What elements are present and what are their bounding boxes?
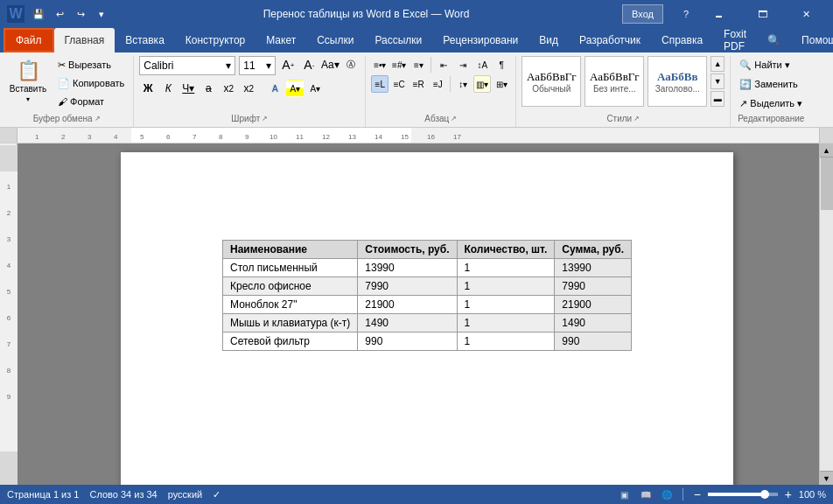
font-color-button[interactable]: А▾: [306, 80, 324, 97]
zoom-in-button[interactable]: +: [781, 487, 795, 501]
bullets-button[interactable]: ≡•▾: [371, 56, 388, 74]
clear-format-button[interactable]: Ⓐ: [342, 56, 360, 74]
underline-button[interactable]: Ч▾: [179, 80, 197, 97]
paste-dropdown[interactable]: ▾: [26, 95, 30, 103]
tab-help2[interactable]: Помощн: [791, 28, 833, 52]
align-right-button[interactable]: ≡R: [410, 75, 427, 93]
zoom-slider-thumb[interactable]: [760, 490, 769, 499]
page-status[interactable]: Страница 1 из 1: [7, 489, 79, 500]
title-bar-left: W 💾 ↩ ↪ ▾: [7, 5, 110, 23]
superscript-button[interactable]: х2: [240, 80, 257, 97]
select-button[interactable]: ↗ Выделить ▾: [736, 94, 806, 112]
paragraph-expand-icon[interactable]: ↗: [451, 115, 457, 122]
paragraph-content: ≡•▾ ≡#▾ ≡▾ ⇤ ⇥ ↕A ¶ ≡L ≡C ≡R ≡J ↕▾ ▥▾ ⊞▾: [371, 56, 510, 112]
tab-lightbulb[interactable]: 🔍: [757, 28, 791, 52]
tab-design[interactable]: Конструктор: [175, 28, 256, 52]
table-cell: Мышь и клавиатура (к-т): [223, 314, 358, 332]
scroll-up-button[interactable]: ▲: [820, 144, 834, 158]
format-painter-button[interactable]: 🖌 Формат: [54, 93, 128, 110]
styles-scroll-up[interactable]: ▲: [710, 56, 724, 72]
text-effect-button[interactable]: А: [266, 80, 284, 97]
font-grow-button[interactable]: A+: [279, 56, 297, 74]
paste-button[interactable]: 📋 Вставить ▾: [5, 56, 51, 107]
table-cell: 13990: [358, 259, 457, 277]
tab-view[interactable]: Вид: [528, 28, 569, 52]
qa-dropdown-btn[interactable]: ▾: [93, 5, 110, 23]
svg-text:17: 17: [453, 133, 461, 141]
tab-review[interactable]: Рецензировани: [432, 28, 528, 52]
tab-foxit[interactable]: Foxit PDF: [713, 28, 757, 52]
numbering-button[interactable]: ≡#▾: [390, 56, 408, 74]
bold-button[interactable]: Ж: [139, 80, 157, 97]
tab-developer[interactable]: Разработчик: [569, 28, 651, 52]
font-expand-icon[interactable]: ↗: [262, 115, 268, 122]
close-button[interactable]: ✕: [786, 0, 826, 28]
document-scroll-area[interactable]: Наименование Стоимость, руб. Количество,…: [18, 144, 819, 485]
table-cell: Моноблок 27": [223, 296, 358, 314]
svg-text:5: 5: [6, 288, 10, 296]
spell-check-icon[interactable]: ✓: [213, 489, 220, 500]
print-layout-view-button[interactable]: ▣: [616, 487, 634, 501]
strikethrough-button[interactable]: а: [200, 80, 217, 97]
tab-mailings[interactable]: Рассылки: [364, 28, 432, 52]
reading-view-button[interactable]: 📖: [637, 487, 654, 501]
undo-quick-btn[interactable]: ↩: [51, 5, 68, 23]
scroll-thumb[interactable]: [821, 158, 833, 210]
tab-references[interactable]: Ссылки: [306, 28, 364, 52]
italic-button[interactable]: К: [159, 80, 177, 97]
tab-help[interactable]: Справка: [651, 28, 713, 52]
style-normal[interactable]: АаБбВвГг Обычный: [522, 56, 581, 107]
vertical-scrollbar[interactable]: ▲ ▼: [819, 144, 833, 485]
clipboard-expand-icon[interactable]: ↗: [94, 115, 101, 122]
line-spacing-button[interactable]: ↕▾: [454, 75, 472, 93]
replace-button[interactable]: 🔄 Заменить: [736, 75, 802, 93]
show-formatting-button[interactable]: ¶: [493, 56, 510, 74]
multilevel-button[interactable]: ≡▾: [410, 56, 427, 74]
web-view-button[interactable]: 🌐: [658, 487, 676, 501]
borders-button[interactable]: ⊞▾: [493, 75, 510, 93]
tab-layout[interactable]: Макет: [256, 28, 306, 52]
tab-insert[interactable]: Вставка: [115, 28, 175, 52]
styles-scroll-down[interactable]: ▼: [710, 74, 724, 89]
copy-button[interactable]: 📄 Копировать: [54, 74, 128, 92]
font-size-dropdown-icon: ▾: [266, 60, 271, 72]
font-shrink-button[interactable]: A-: [300, 56, 318, 74]
lang-status[interactable]: русский: [168, 489, 202, 500]
style-nospacing-name: Без инте...: [593, 84, 636, 94]
styles-expand-icon[interactable]: ↗: [634, 115, 640, 122]
maximize-button[interactable]: 🗖: [742, 0, 782, 28]
style-no-spacing[interactable]: АаБбВвГг Без инте...: [584, 56, 644, 107]
zoom-out-button[interactable]: −: [690, 487, 704, 501]
svg-text:13: 13: [348, 133, 356, 141]
scroll-down-button[interactable]: ▼: [820, 471, 834, 485]
word-count-status[interactable]: Слово 34 из 34: [89, 489, 157, 500]
shading-button[interactable]: ▥▾: [473, 75, 491, 93]
align-left-button[interactable]: ≡L: [371, 75, 388, 93]
redo-quick-btn[interactable]: ↪: [72, 5, 89, 23]
highlight-button[interactable]: А▾: [286, 80, 304, 97]
subscript-button[interactable]: х2: [220, 80, 237, 97]
ruler: // ruler ticks rendered via SVG inline 1…: [0, 128, 833, 144]
zoom-slider-track[interactable]: [708, 493, 778, 496]
change-case-button[interactable]: Aa▾: [321, 56, 339, 74]
minimize-button[interactable]: 🗕: [698, 0, 738, 28]
cut-button[interactable]: ✂ Вырезать: [54, 56, 128, 74]
font-name-select[interactable]: Calibri ▾: [139, 56, 235, 75]
decrease-indent-button[interactable]: ⇤: [435, 56, 452, 74]
sort-button[interactable]: ↕A: [473, 56, 491, 74]
style-heading1[interactable]: АаБбВв Заголово...: [648, 56, 707, 107]
align-center-button[interactable]: ≡C: [390, 75, 408, 93]
justify-button[interactable]: ≡J: [429, 75, 446, 93]
login-button[interactable]: Вход: [622, 4, 663, 24]
font-size-select[interactable]: 11 ▾: [239, 56, 276, 75]
find-button[interactable]: 🔍 Найти ▾: [736, 56, 794, 74]
save-quick-btn[interactable]: 💾: [30, 5, 47, 23]
clipboard-label: Буфер обмена ↗: [5, 114, 128, 123]
help-icon[interactable]: ?: [677, 5, 695, 23]
increase-indent-button[interactable]: ⇥: [454, 56, 472, 74]
tab-file[interactable]: Файл: [4, 28, 54, 52]
para-row1: ≡•▾ ≡#▾ ≡▾ ⇤ ⇥ ↕A ¶: [371, 56, 510, 74]
zoom-level[interactable]: 100 %: [799, 489, 826, 500]
styles-expand[interactable]: ▬: [710, 91, 724, 107]
tab-home[interactable]: Главная: [54, 28, 116, 52]
